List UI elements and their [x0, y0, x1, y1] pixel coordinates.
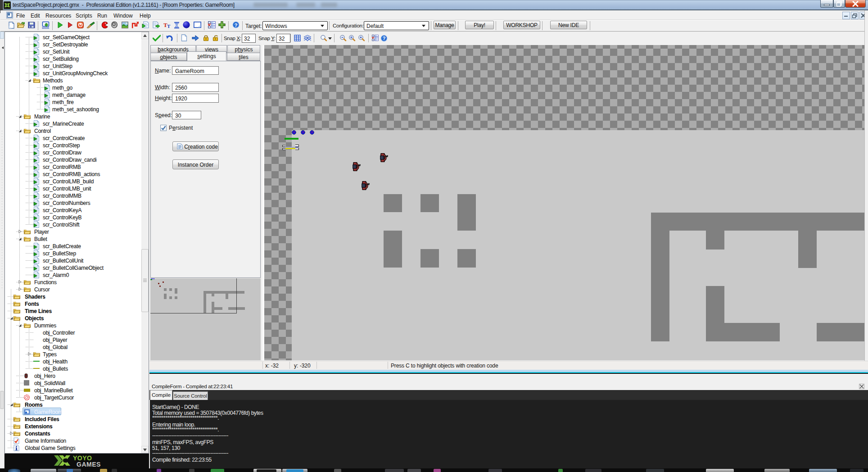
svg-text:GAMES: GAMES: [77, 461, 101, 468]
svg-text:10101: 10101: [42, 27, 50, 29]
svg-text:?: ?: [383, 36, 386, 41]
svg-text:T: T: [167, 23, 171, 28]
svg-text:?: ?: [234, 23, 237, 28]
